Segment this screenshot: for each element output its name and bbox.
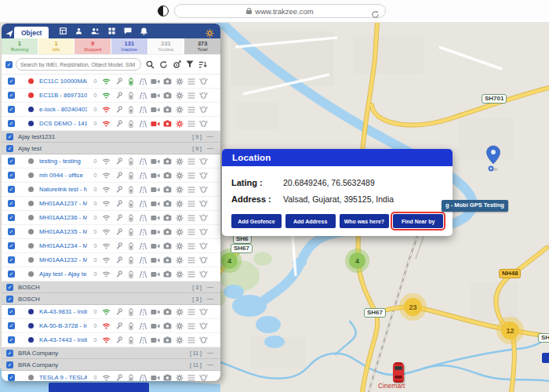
camera-icon[interactable]: [162, 322, 174, 329]
vehicle-checkbox[interactable]: ✓: [8, 374, 15, 381]
vehicle-checkbox[interactable]: ✓: [8, 228, 15, 235]
video-icon[interactable]: [149, 229, 162, 235]
route-icon[interactable]: [137, 270, 150, 278]
camera-icon[interactable]: [162, 374, 174, 381]
camera-icon[interactable]: [162, 256, 174, 263]
who-was-here--button[interactable]: Who was here?: [340, 214, 390, 228]
video-icon[interactable]: [149, 107, 162, 113]
filter-icon[interactable]: [186, 60, 194, 68]
menu-icon[interactable]: [186, 93, 198, 99]
group-checkbox[interactable]: ✓: [6, 133, 13, 140]
vehicle-row[interactable]: ✓KA-43-9831 - IndiGo_VE...0: [2, 305, 220, 319]
location-pin-icon[interactable]: [485, 145, 501, 175]
route-icon[interactable]: [137, 120, 150, 128]
collapse-icon[interactable]: —: [207, 145, 213, 151]
cluster-marker[interactable]: 23: [404, 298, 422, 316]
vehicle-checkbox[interactable]: ✓: [8, 78, 15, 85]
video-icon[interactable]: [149, 337, 162, 343]
camera-icon[interactable]: [162, 120, 174, 127]
vehicle-name[interactable]: KA-50-B-3728 - IndiGo_J...: [39, 322, 87, 329]
vehicle-checkbox[interactable]: ✓: [8, 106, 15, 113]
collapse-icon[interactable]: —: [207, 133, 213, 140]
video-icon[interactable]: [149, 243, 162, 249]
gear-icon[interactable]: [173, 228, 186, 236]
vehicle-name[interactable]: mh 0944 - office: [39, 172, 87, 179]
theme-toggle-icon[interactable]: [158, 5, 169, 16]
user-icon[interactable]: [75, 27, 82, 34]
menu-icon[interactable]: [186, 257, 198, 263]
gear-icon[interactable]: [173, 256, 186, 264]
vehicle-row[interactable]: ✓MH01AA1235 - MH01AA...0: [2, 225, 220, 239]
stat-inactive[interactable]: 131Inactive: [111, 38, 147, 54]
route-icon[interactable]: [137, 214, 150, 222]
video-icon[interactable]: [149, 309, 162, 315]
video-icon[interactable]: [149, 172, 162, 179]
gear-icon[interactable]: [173, 336, 186, 344]
vehicle-checkbox[interactable]: ✓: [8, 120, 15, 127]
menu-icon[interactable]: [186, 309, 198, 315]
route-icon[interactable]: [137, 336, 150, 344]
group-checkbox[interactable]: ✓: [6, 145, 13, 152]
vehicle-checkbox[interactable]: ✓: [8, 92, 15, 99]
group-checkbox[interactable]: ✓: [6, 350, 13, 357]
stat-total[interactable]: 373Total: [184, 38, 220, 54]
stat-running[interactable]: 1Running: [2, 38, 38, 54]
menu-icon[interactable]: [186, 215, 198, 221]
video-icon[interactable]: [149, 93, 162, 99]
gear-icon[interactable]: [173, 78, 186, 85]
vehicle-row[interactable]: ✓EC11C 10000MAH - 869...0: [2, 74, 220, 89]
camera-icon[interactable]: [162, 106, 174, 113]
bell-icon[interactable]: [140, 27, 147, 35]
vehicle-row[interactable]: ✓MH01AA1234 - MH01AA...0: [2, 239, 220, 253]
route-icon[interactable]: [137, 374, 150, 382]
camera-icon[interactable]: [162, 92, 174, 99]
find-near-by-button[interactable]: Find Near by: [393, 214, 443, 228]
menu-icon[interactable]: [186, 243, 198, 249]
vehicle-row[interactable]: ✓testing - testing0: [2, 154, 220, 169]
route-icon[interactable]: [137, 78, 150, 85]
vehicle-row[interactable]: ✓mh 0944 - office0: [2, 169, 220, 183]
video-icon[interactable]: [149, 271, 162, 278]
route-icon[interactable]: [137, 172, 150, 180]
vehicle-row[interactable]: ✓KA-43-7443 - IndiGo_As...0: [2, 333, 220, 347]
vehicle-checkbox[interactable]: ✓: [8, 270, 15, 278]
group-checkbox[interactable]: ✓: [6, 361, 13, 368]
gps-icon[interactable]: [173, 60, 181, 69]
camera-icon[interactable]: [162, 172, 174, 179]
menu-icon[interactable]: [186, 201, 198, 207]
add-address-button[interactable]: Add Address: [285, 214, 336, 228]
menu-icon[interactable]: [186, 187, 198, 193]
vehicle-row[interactable]: ✓EC11B - 8697310559156...0: [2, 89, 220, 103]
route-icon[interactable]: [137, 186, 150, 194]
menu-icon[interactable]: [186, 172, 198, 179]
vehicle-row[interactable]: ✓MH01AA1236 - MH01AA...0: [2, 211, 220, 225]
camera-icon[interactable]: [162, 308, 174, 315]
vehicle-checkbox[interactable]: ✓: [8, 336, 15, 343]
route-icon[interactable]: [137, 308, 150, 316]
group-row[interactable]: ✓BOSCH[ 3 ]—: [2, 293, 220, 305]
video-icon[interactable]: [149, 187, 162, 193]
collapse-icon[interactable]: —: [207, 361, 213, 368]
group-checkbox[interactable]: ✓: [6, 284, 13, 291]
bottom-bar[interactable]: [49, 383, 149, 392]
select-all-checkbox[interactable]: ✓: [5, 61, 13, 68]
video-icon[interactable]: [149, 158, 162, 165]
vehicle-name[interactable]: MH01AA1237 - MH01AA...: [39, 200, 87, 207]
menu-icon[interactable]: [186, 271, 198, 278]
vehicle-row[interactable]: ✓KA-50-B-3728 - IndiGo_J...0: [2, 319, 220, 333]
navigate-icon[interactable]: [5, 27, 13, 41]
address-bar[interactable]: www.trakzee.com: [174, 4, 386, 18]
vehicle-row[interactable]: ✓Ajay test - Ajay test0: [2, 267, 220, 281]
reload-icon[interactable]: [371, 8, 380, 22]
video-icon[interactable]: [149, 257, 162, 263]
menu-icon[interactable]: [186, 121, 198, 127]
vehicle-checkbox[interactable]: ✓: [8, 308, 15, 315]
tab-object[interactable]: Object: [14, 27, 49, 38]
gear-icon[interactable]: [173, 214, 186, 222]
route-icon[interactable]: [137, 256, 150, 264]
camera-icon[interactable]: [162, 158, 174, 165]
gear-icon[interactable]: [173, 270, 186, 278]
gear-icon[interactable]: [173, 322, 186, 330]
route-icon[interactable]: [137, 92, 150, 100]
video-icon[interactable]: [149, 215, 162, 221]
